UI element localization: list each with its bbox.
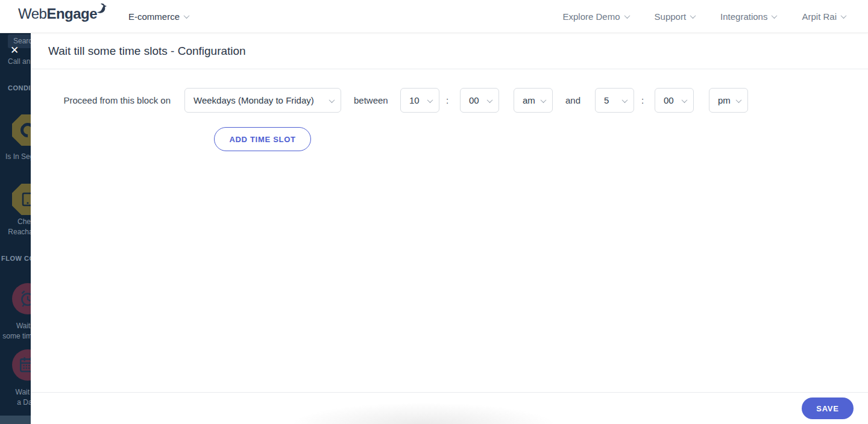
label-line: a Date	[0, 398, 31, 408]
journey-blocks-sidebar: Search Call an API CONDITIONS Is In Segm…	[0, 33, 31, 424]
end-minute-select[interactable]: 00	[655, 88, 694, 113]
save-button[interactable]: SAVE	[802, 398, 854, 419]
project-menu-label: E-commerce	[128, 11, 180, 22]
add-time-slot-button[interactable]: ADD TIME SLOT	[214, 127, 311, 151]
chevron-down-icon	[736, 97, 742, 103]
time-colon: :	[444, 88, 450, 113]
logo-text-web: Web	[18, 5, 46, 22]
nav-right-menu: Explore Demo Support Integrations Arpit …	[562, 0, 846, 33]
chevron-down-icon	[427, 97, 433, 103]
label-line: Wait for	[0, 387, 31, 398]
sidebar-item-label: Wait till some time slots	[0, 321, 31, 341]
start-hour-value: 10	[409, 95, 420, 105]
alarm-clock-icon	[18, 289, 31, 308]
nav-item-label: Explore Demo	[562, 11, 620, 22]
start-meridiem-select[interactable]: am	[514, 88, 553, 113]
sidebar-section-flow-control: FLOW CONTROL	[0, 255, 31, 262]
page: WebEngage E-commerce Explore Demo Suppor…	[0, 0, 868, 424]
nav-item-support[interactable]: Support	[655, 11, 696, 22]
label-line: Reachability	[0, 227, 31, 237]
end-meridiem-value: pm	[718, 95, 731, 105]
logo-text-engage: Engage	[46, 5, 97, 22]
top-nav: WebEngage E-commerce Explore Demo Suppor…	[0, 0, 868, 33]
day-select[interactable]: Weekdays (Monday to Friday)	[184, 88, 341, 113]
sidebar-item-label: Wait for a Date	[0, 387, 31, 408]
segment-icon	[17, 120, 31, 140]
chevron-down-icon	[841, 13, 847, 19]
nav-item-user-menu[interactable]: Arpit Rai	[802, 11, 846, 22]
webengage-logo[interactable]: WebEngage	[18, 5, 109, 22]
end-hour-value: 5	[604, 95, 609, 105]
user-name-label: Arpit Rai	[802, 11, 837, 22]
device-reachability-icon	[20, 192, 31, 207]
project-menu[interactable]: E-commerce	[128, 0, 189, 33]
chevron-down-icon	[184, 13, 190, 19]
modal-title: Wait till some time slots - Configuratio…	[48, 45, 246, 58]
start-minute-value: 00	[469, 95, 479, 105]
sidebar-item-label: Is In Segment	[0, 152, 31, 162]
nav-item-explore-demo[interactable]: Explore Demo	[562, 11, 629, 22]
chevron-down-icon	[329, 97, 335, 103]
time-slot-configuration-modal: Wait till some time slots - Configuratio…	[31, 33, 868, 424]
calendar-icon	[18, 355, 31, 375]
sidebar-item-label: Check Reachability	[0, 217, 31, 237]
modal-footer: SAVE	[31, 392, 868, 424]
day-select-value: Weekdays (Monday to Friday)	[193, 95, 314, 105]
sidebar-item-check-reachability[interactable]	[12, 184, 31, 215]
chevron-down-icon	[541, 97, 547, 103]
end-meridiem-select[interactable]: pm	[709, 88, 748, 113]
footer-shadow	[269, 395, 577, 424]
sidebar-item-wait-time-slots[interactable]	[12, 283, 31, 314]
label-line: Wait till	[0, 321, 31, 331]
sidebar-bottom-strip	[0, 416, 31, 424]
start-minute-select[interactable]: 00	[460, 88, 499, 113]
and-label: and	[565, 88, 580, 113]
chevron-down-icon	[487, 97, 493, 103]
chevron-down-icon	[622, 97, 628, 103]
nav-item-label: Support	[655, 11, 687, 22]
label-line: Is In Segment	[0, 152, 31, 162]
sidebar-item-is-in-segment[interactable]	[12, 114, 31, 146]
start-hour-select[interactable]: 10	[400, 88, 439, 113]
sidebar-item-call-an-api[interactable]: Call an API	[8, 57, 31, 66]
between-label: between	[354, 88, 388, 113]
start-meridiem-value: am	[523, 95, 535, 105]
webengage-bird-icon	[95, 1, 109, 14]
chevron-down-icon	[682, 97, 688, 103]
sidebar-item-wait-for-date[interactable]	[12, 349, 31, 381]
label-line: Check	[0, 217, 31, 227]
chevron-down-icon	[624, 13, 630, 19]
nav-item-label: Integrations	[720, 11, 767, 22]
chevron-down-icon	[772, 13, 778, 19]
end-hour-select[interactable]: 5	[595, 88, 634, 113]
sidebar-section-conditions: CONDITIONS	[0, 84, 31, 92]
end-minute-value: 00	[664, 95, 674, 105]
modal-header: Wait till some time slots - Configuratio…	[31, 33, 868, 69]
label-line: some time slots	[0, 331, 31, 341]
proceed-label: Proceed from this block on	[60, 88, 171, 113]
nav-item-integrations[interactable]: Integrations	[720, 11, 776, 22]
chevron-down-icon	[690, 13, 696, 19]
time-colon: :	[640, 88, 646, 113]
close-icon[interactable]: ✕	[8, 45, 20, 57]
